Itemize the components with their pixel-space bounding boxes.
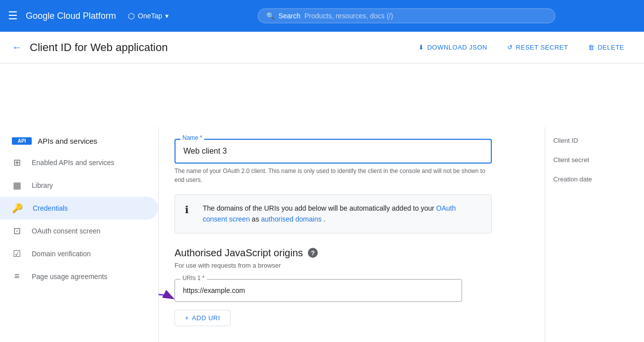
main-content: Name * The name of your OAuth 2.0 client… <box>159 127 545 342</box>
right-panel-client-id: Client ID <box>553 137 636 144</box>
name-field-label: Name * <box>180 134 204 141</box>
project-dropdown-icon: ▾ <box>165 12 169 20</box>
right-panel: Client ID Client secret Creation date <box>545 127 644 342</box>
authorised-domains-link[interactable]: authorised domains <box>261 215 322 223</box>
reset-secret-label: RESET SECRET <box>516 44 568 51</box>
library-icon: ▦ <box>12 180 22 191</box>
section-title-text: Authorised JavaScript origins <box>175 247 303 259</box>
info-text-end: . <box>324 215 326 223</box>
sidebar-item-oauth[interactable]: ⊡ OAuth consent screen <box>0 220 158 242</box>
reset-icon: ↺ <box>507 44 513 51</box>
reset-secret-button[interactable]: ↺ RESET SECRET <box>499 40 576 55</box>
header-actions: ⬇ DOWNLOAD JSON ↺ RESET SECRET 🗑 DELETE <box>410 40 632 55</box>
add-uri-plus-icon: + <box>185 314 189 322</box>
project-name: OneTap <box>138 12 162 20</box>
uri-input[interactable] <box>175 279 462 302</box>
sidebar-header: API APIs and services <box>0 131 158 151</box>
sidebar-item-library-label: Library <box>32 181 53 189</box>
api-badge: API <box>12 137 32 145</box>
project-dot-icon: ⬡ <box>128 11 135 21</box>
add-uri-label: ADD URI <box>192 314 220 322</box>
download-icon: ⬇ <box>418 44 424 51</box>
search-icon: 🔍 <box>266 12 275 20</box>
search-bar: 🔍 Search <box>258 8 555 23</box>
back-button[interactable]: ← <box>12 42 22 53</box>
uri-field-container: URIs 1 * <box>175 279 462 302</box>
download-json-label: DOWNLOAD JSON <box>427 44 487 51</box>
section-subtitle: For use with requests from a browser <box>175 262 529 269</box>
sidebar-item-domain-label: Domain verification <box>32 250 91 258</box>
credentials-icon: 🔑 <box>12 203 23 214</box>
info-text-before: The domains of the URIs you add below wi… <box>203 204 436 212</box>
sidebar-item-credentials-label: Credentials <box>33 204 68 212</box>
info-text: The domains of the URIs you add below wi… <box>203 203 481 225</box>
page-header: ← Client ID for Web application ⬇ DOWNLO… <box>0 32 644 63</box>
section-title: Authorised JavaScript origins ? <box>175 247 529 259</box>
app-name: Google Cloud Platform <box>26 11 116 21</box>
search-input[interactable] <box>304 12 547 20</box>
oauth-icon: ⊡ <box>12 226 22 236</box>
name-field-helper: The name of your OAuth 2.0 client. This … <box>175 167 492 184</box>
sidebar-item-domain-verification[interactable]: ☑ Domain verification <box>0 242 158 265</box>
download-json-button[interactable]: ⬇ DOWNLOAD JSON <box>410 40 495 55</box>
help-icon[interactable]: ? <box>308 248 318 258</box>
uri-field-wrapper: URIs 1 * <box>175 279 529 302</box>
name-field-container: Name * <box>175 139 492 164</box>
page-title: Client ID for Web application <box>30 41 403 54</box>
info-icon: ℹ <box>185 204 195 216</box>
name-input[interactable] <box>175 139 492 164</box>
sidebar-item-enabled-apis[interactable]: ⊞ Enabled APIs and services <box>0 151 158 174</box>
menu-icon[interactable]: ☰ <box>8 9 18 22</box>
domain-icon: ☑ <box>12 248 22 259</box>
info-text-middle: as <box>252 215 261 223</box>
project-selector[interactable]: ⬡ OneTap ▾ <box>128 11 169 21</box>
delete-icon: 🗑 <box>588 44 595 51</box>
sidebar-item-oauth-label: OAuth consent screen <box>32 227 101 235</box>
search-label: Search <box>279 12 300 20</box>
top-nav: ☰ Google Cloud Platform ⬡ OneTap ▾ 🔍 Sea… <box>0 0 644 32</box>
js-origins-section: Authorised JavaScript origins ? For use … <box>175 247 529 326</box>
page-usage-icon: ≡ <box>12 271 22 282</box>
sidebar-item-page-usage-label: Page usage agreements <box>32 273 108 281</box>
delete-button[interactable]: 🗑 DELETE <box>580 40 632 55</box>
info-box: ℹ The domains of the URIs you add below … <box>175 194 492 233</box>
delete-label: DELETE <box>597 44 624 51</box>
name-field-group: Name * The name of your OAuth 2.0 client… <box>175 139 529 184</box>
right-panel-creation-date: Creation date <box>553 175 636 183</box>
right-panel-client-secret: Client secret <box>553 156 636 164</box>
sidebar: API APIs and services ⊞ Enabled APIs and… <box>0 127 159 342</box>
sidebar-item-library[interactable]: ▦ Library <box>0 174 158 197</box>
uri-field-label: URIs 1 * <box>180 275 207 282</box>
sidebar-item-page-usage[interactable]: ≡ Page usage agreements <box>0 265 158 287</box>
sidebar-item-credentials[interactable]: 🔑 Credentials <box>0 197 158 220</box>
sidebar-item-enabled-apis-label: Enabled APIs and services <box>32 159 115 167</box>
enabled-apis-icon: ⊞ <box>12 157 22 168</box>
add-uri-button[interactable]: + ADD URI <box>175 310 231 326</box>
sidebar-service-label: APIs and services <box>38 137 97 145</box>
page-layout: API APIs and services ⊞ Enabled APIs and… <box>0 127 644 342</box>
